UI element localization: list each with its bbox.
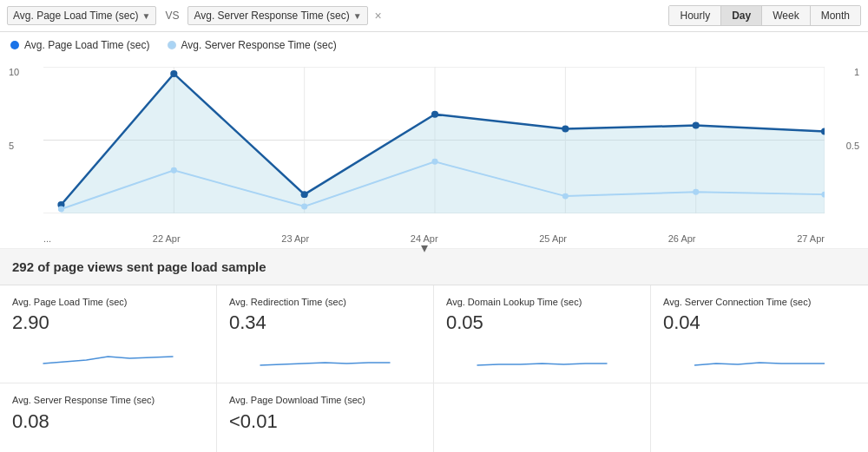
month-button[interactable]: Month bbox=[811, 6, 860, 25]
summary-text: 292 of page views sent page load sample bbox=[12, 259, 266, 274]
metric-title-0: Avg. Page Load Time (sec) bbox=[12, 296, 204, 308]
sr-point-22apr bbox=[171, 167, 177, 174]
metric-title-3: Avg. Server Connection Time (sec) bbox=[663, 296, 856, 308]
metric-card-domainlookup: Avg. Domain Lookup Time (sec) 0.05 bbox=[434, 285, 651, 383]
y-left-mid: 5 bbox=[9, 141, 19, 151]
metric1-chevron: ▼ bbox=[142, 11, 151, 21]
chart-svg bbox=[43, 67, 825, 213]
mini-chart-domainlookup bbox=[446, 339, 638, 370]
x-label-24apr: 24 Apr ▾ bbox=[411, 233, 438, 244]
metric-value-5: <0.01 bbox=[229, 410, 421, 433]
day-button[interactable]: Day bbox=[721, 6, 762, 25]
metric-card-serverconnection: Avg. Server Connection Time (sec) 0.04 bbox=[651, 285, 868, 383]
mini-chart-serverresponse bbox=[12, 438, 204, 452]
legend-item-serverresponse: Avg. Server Response Time (sec) bbox=[168, 39, 337, 51]
point-26apr bbox=[693, 122, 700, 129]
sr-point-24apr bbox=[431, 159, 437, 165]
y-axis-left: 10 5 bbox=[9, 67, 19, 213]
summary-bar: 292 of page views sent page load sample bbox=[0, 249, 868, 285]
metrics-grid: Avg. Page Load Time (sec) 2.90 Avg. Redi… bbox=[0, 285, 868, 383]
metric-card-empty2 bbox=[651, 383, 868, 452]
main-chart: 10 5 1 0.5 bbox=[0, 58, 868, 249]
metric-value-3: 0.04 bbox=[663, 311, 856, 334]
metric-value-0: 2.90 bbox=[12, 311, 204, 334]
metric1-label: Avg. Page Load Time (sec) bbox=[13, 10, 139, 22]
chart-legend: Avg. Page Load Time (sec) Avg. Server Re… bbox=[0, 32, 868, 58]
metric2-selector[interactable]: Avg. Server Response Time (sec) ▼ bbox=[187, 6, 367, 25]
x-label-27apr: 27 Apr bbox=[797, 233, 825, 244]
bottom-metrics: Avg. Server Response Time (sec) 0.08 Avg… bbox=[0, 383, 868, 452]
legend-label-serverresponse: Avg. Server Response Time (sec) bbox=[181, 39, 337, 51]
x-label-23apr: 23 Apr bbox=[281, 233, 309, 244]
metric-title-1: Avg. Redirection Time (sec) bbox=[229, 296, 421, 308]
point-22apr bbox=[170, 70, 177, 77]
x-axis: ... 22 Apr 23 Apr 24 Apr ▾ 25 Apr 26 Apr… bbox=[43, 233, 825, 244]
metric-card-pagedownload: Avg. Page Download Time (sec) <0.01 bbox=[217, 383, 434, 452]
y-right-top: 1 bbox=[846, 67, 859, 77]
metric-title-5: Avg. Page Download Time (sec) bbox=[229, 394, 421, 406]
y-axis-right: 1 0.5 bbox=[846, 67, 859, 213]
metric-value-2: 0.05 bbox=[446, 311, 638, 334]
mini-chart-pagedownload bbox=[229, 438, 421, 452]
y-left-top: 10 bbox=[9, 67, 19, 77]
week-button[interactable]: Week bbox=[762, 6, 810, 25]
mini-chart-pageload bbox=[12, 339, 204, 370]
metric-card-empty1 bbox=[434, 383, 651, 452]
x-axis-dropdown-arrow[interactable]: ▾ bbox=[421, 239, 428, 256]
vs-label: VS bbox=[161, 10, 182, 22]
hourly-button[interactable]: Hourly bbox=[669, 6, 721, 25]
metric2-label: Avg. Server Response Time (sec) bbox=[194, 10, 349, 22]
sr-point-25apr bbox=[562, 193, 569, 200]
chart-svg-container bbox=[43, 67, 825, 213]
close-metric2-button[interactable]: × bbox=[373, 9, 384, 23]
time-period-selector: Hourly Day Week Month bbox=[668, 5, 861, 26]
legend-dot-serverresponse bbox=[168, 41, 176, 49]
metric-value-1: 0.34 bbox=[229, 311, 421, 334]
legend-item-pageload: Avg. Page Load Time (sec) bbox=[10, 39, 150, 51]
metric-title-2: Avg. Domain Lookup Time (sec) bbox=[446, 296, 638, 308]
metric2-chevron: ▼ bbox=[353, 11, 362, 21]
x-label-26apr: 26 Apr bbox=[668, 233, 696, 244]
legend-dot-pageload bbox=[10, 41, 19, 49]
metric-title-4: Avg. Server Response Time (sec) bbox=[12, 394, 204, 406]
y-right-mid: 0.5 bbox=[846, 141, 859, 151]
x-label-25apr: 25 Apr bbox=[539, 233, 567, 244]
point-24apr bbox=[431, 111, 438, 118]
sr-point-26apr bbox=[693, 189, 699, 195]
sr-point-23apr bbox=[301, 204, 307, 210]
x-label-start: ... bbox=[43, 233, 51, 244]
legend-label-pageload: Avg. Page Load Time (sec) bbox=[24, 39, 150, 51]
metric1-selector[interactable]: Avg. Page Load Time (sec) ▼ bbox=[7, 6, 156, 25]
point-25apr bbox=[562, 126, 569, 133]
metric-value-4: 0.08 bbox=[12, 410, 204, 433]
mini-chart-redirection bbox=[229, 339, 421, 370]
toolbar: Avg. Page Load Time (sec) ▼ VS Avg. Serv… bbox=[0, 0, 868, 32]
point-23apr bbox=[301, 191, 308, 198]
mini-chart-serverconnection bbox=[663, 339, 856, 370]
metric-card-pageload: Avg. Page Load Time (sec) 2.90 bbox=[0, 285, 217, 383]
metric-card-serverresponse: Avg. Server Response Time (sec) 0.08 bbox=[0, 383, 217, 452]
sr-point-start bbox=[58, 206, 64, 213]
x-label-22apr: 22 Apr bbox=[153, 233, 181, 244]
metric-card-redirection: Avg. Redirection Time (sec) 0.34 bbox=[217, 285, 434, 383]
